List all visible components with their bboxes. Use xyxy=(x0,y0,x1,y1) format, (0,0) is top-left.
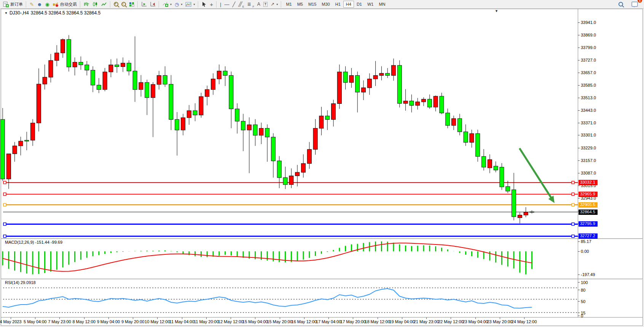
line-handle[interactable] xyxy=(572,181,574,184)
line-handle[interactable] xyxy=(572,235,574,238)
line-handle[interactable] xyxy=(3,223,6,225)
rsi-axis-label: 0 xyxy=(581,314,583,318)
line-handle[interactable] xyxy=(3,193,6,195)
pane-separator-highlight xyxy=(1,239,643,239)
macd-pane[interactable] xyxy=(3,239,578,278)
autotrading-label: 自动交易 xyxy=(60,2,77,7)
zoom-out-button[interactable]: − xyxy=(120,0,128,8)
hline-price-label: 32905.5 xyxy=(579,202,598,208)
timeframe-button-mn[interactable]: MN xyxy=(376,1,388,8)
zoom-in-icon: + xyxy=(114,2,118,6)
line-handle[interactable] xyxy=(3,181,6,184)
time-axis-tick xyxy=(304,317,304,319)
text-tool-button[interactable]: A xyxy=(256,0,262,8)
collapse-icon[interactable]: ▼ xyxy=(5,11,8,15)
metaeditor-button[interactable]: ✎ xyxy=(28,0,35,8)
time-axis-tick xyxy=(426,317,427,319)
line-handle[interactable] xyxy=(3,203,6,206)
candle xyxy=(349,68,354,88)
chart-shift-button[interactable] xyxy=(148,0,157,8)
price-axis-tick xyxy=(578,148,580,148)
macd-values: -151.44 -99.69 xyxy=(35,240,62,244)
price-axis-tick xyxy=(578,123,580,123)
channel-tool-button[interactable]: ╱╱E xyxy=(237,0,245,8)
indicators-button[interactable]: ▾ xyxy=(161,0,173,8)
candle xyxy=(73,57,77,75)
rsi-axis-tick xyxy=(578,290,580,290)
clock-icon: ◷ xyxy=(175,2,179,7)
fibonacci-icon-sub: F xyxy=(253,5,254,8)
vertical-line-tool-button[interactable]: | xyxy=(218,0,223,8)
time-axis-tick xyxy=(255,317,255,319)
auto-scroll-button[interactable] xyxy=(140,0,148,8)
candle xyxy=(277,156,281,188)
price-axis-tick-label: 33727.0 xyxy=(581,58,596,62)
candle xyxy=(67,35,71,71)
divider xyxy=(26,1,27,8)
signals-button[interactable]: ◉ xyxy=(44,0,51,8)
candle xyxy=(127,60,131,76)
price-axis-tick xyxy=(578,160,580,161)
price-pane[interactable] xyxy=(3,15,578,239)
chat-badge: 1 xyxy=(638,0,642,3)
timeframe-button-w1[interactable]: W1 xyxy=(365,1,376,8)
chart-symbol-period: DJ30-,H4 xyxy=(10,10,29,16)
timeframe-button-h4[interactable]: H4 xyxy=(343,1,354,8)
candle xyxy=(241,114,245,151)
candle xyxy=(133,37,137,102)
candle xyxy=(223,66,227,86)
timeframe-button-d1[interactable]: D1 xyxy=(354,1,365,8)
periods-button[interactable]: ◷▾ xyxy=(173,0,184,8)
metaeditor-icon: ✎ xyxy=(30,2,34,7)
timeframe-button-m5[interactable]: M5 xyxy=(295,1,306,8)
timeframe-button-m30[interactable]: M30 xyxy=(319,1,332,8)
timeframe-button-m1[interactable]: M1 xyxy=(283,1,294,8)
hline-price-label: 33032.1 xyxy=(579,180,598,185)
chart-shift-marker-icon[interactable]: ▼ xyxy=(495,9,498,13)
new-order-icon xyxy=(3,2,9,7)
price-axis-tick xyxy=(578,60,580,60)
support-button[interactable]: ☻ xyxy=(35,0,44,8)
rsi-line xyxy=(3,289,532,308)
timeframe-button-h1[interactable]: H1 xyxy=(333,1,343,8)
candlestick-button[interactable] xyxy=(91,0,100,8)
candle xyxy=(367,73,371,95)
fibonacci-tool-button[interactable]: ≣F xyxy=(245,0,255,8)
candle xyxy=(115,59,119,73)
templates-button[interactable]: ▾ xyxy=(184,0,196,8)
candle xyxy=(97,78,101,93)
line-handle[interactable] xyxy=(572,193,574,195)
line-handle[interactable] xyxy=(572,203,574,206)
rsi-name: RSI(14) xyxy=(5,280,19,285)
new-order-button[interactable]: 新订单 xyxy=(2,0,24,8)
line-handle[interactable] xyxy=(3,235,6,238)
cursor-tool-button[interactable] xyxy=(200,0,208,8)
candle xyxy=(416,98,420,110)
signals-icon: ◉ xyxy=(45,2,49,7)
arrow-annotation[interactable] xyxy=(520,148,555,203)
bar-chart-button[interactable] xyxy=(82,0,91,8)
candle xyxy=(85,61,89,75)
crosshair-tool-button[interactable]: + xyxy=(208,0,215,8)
candle xyxy=(518,213,522,224)
label-tool-button[interactable]: T xyxy=(262,0,269,8)
autotrading-button[interactable]: 自动交易 xyxy=(51,0,78,8)
zoom-in-button[interactable]: + xyxy=(112,0,120,8)
line-handle[interactable] xyxy=(572,223,574,225)
chat-button[interactable]: 1 xyxy=(630,0,639,8)
candle xyxy=(470,130,474,148)
candle xyxy=(247,117,251,173)
horizontal-line-tool-button[interactable]: — xyxy=(223,0,231,8)
price-axis-tick-label: 33799.0 xyxy=(581,45,596,50)
candle xyxy=(37,68,41,132)
line-chart-button[interactable] xyxy=(100,0,108,8)
search-button[interactable] xyxy=(617,0,625,8)
tile-windows-button[interactable] xyxy=(128,0,136,8)
rsi-pane[interactable] xyxy=(3,279,578,317)
arrows-tool-button[interactable]: ↗▾ xyxy=(269,0,279,8)
candle xyxy=(187,105,191,125)
timeframe-button-m15[interactable]: M15 xyxy=(306,1,319,8)
time-axis-border xyxy=(1,317,643,317)
trendline-tool-button[interactable]: ╱ xyxy=(231,0,237,8)
candle xyxy=(61,38,65,58)
